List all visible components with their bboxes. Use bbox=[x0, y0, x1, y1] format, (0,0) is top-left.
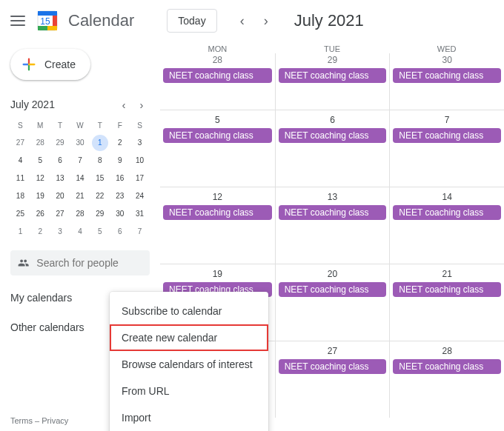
mini-cal-day[interactable]: 7 bbox=[72, 153, 88, 169]
mini-cal-day[interactable]: 5 bbox=[92, 224, 108, 240]
day-cell[interactable]: 5NEET coaching class bbox=[160, 110, 275, 187]
mini-cal-day[interactable]: 19 bbox=[32, 188, 48, 204]
mini-cal-day[interactable]: 15 bbox=[92, 170, 108, 187]
mini-cal-day[interactable]: 25 bbox=[12, 206, 28, 222]
mini-cal-day[interactable]: 4 bbox=[72, 224, 88, 240]
mini-cal-day[interactable]: 22 bbox=[92, 188, 108, 204]
day-cell[interactable]: 29NEET coaching class bbox=[275, 53, 390, 110]
privacy-link[interactable]: Privacy bbox=[42, 416, 68, 425]
menu-item[interactable]: Browse calendars of interest bbox=[110, 351, 268, 378]
mini-cal-day[interactable]: 11 bbox=[12, 170, 28, 187]
mini-cal-day[interactable]: 28 bbox=[72, 206, 88, 222]
day-cell[interactable]: 12NEET coaching class bbox=[160, 187, 275, 264]
mini-cal-day[interactable]: 4 bbox=[12, 153, 28, 169]
mini-cal-day[interactable]: 31 bbox=[132, 206, 148, 222]
today-button[interactable]: Today bbox=[167, 9, 216, 33]
menu-item[interactable]: Create new calendar bbox=[110, 324, 268, 351]
day-of-week-header: MON bbox=[160, 44, 275, 53]
mini-cal-day[interactable]: 6 bbox=[52, 153, 68, 169]
mini-cal-dow: T bbox=[50, 118, 70, 133]
day-number: 20 bbox=[276, 264, 390, 282]
week-row: 5NEET coaching class6NEET coaching class… bbox=[160, 110, 504, 187]
mini-cal-day[interactable]: 12 bbox=[32, 170, 48, 187]
mini-cal-day[interactable]: 7 bbox=[132, 224, 148, 240]
mini-cal-day[interactable]: 29 bbox=[92, 206, 108, 222]
day-cell[interactable]: 28NEET coaching class bbox=[160, 53, 275, 110]
plus-multicolor-icon bbox=[21, 56, 37, 73]
calendar-event[interactable]: NEET coaching class bbox=[163, 205, 272, 220]
calendar-event[interactable]: NEET coaching class bbox=[279, 68, 387, 83]
mini-cal-day[interactable]: 17 bbox=[132, 170, 148, 187]
mini-cal-day[interactable]: 20 bbox=[52, 188, 68, 204]
mini-cal-day[interactable]: 30 bbox=[72, 135, 88, 151]
day-number: 27 bbox=[276, 341, 390, 359]
day-cell[interactable]: 20NEET coaching class bbox=[275, 264, 390, 341]
day-cell[interactable]: 6NEET coaching class bbox=[275, 110, 390, 187]
mini-cal-day[interactable]: 29 bbox=[52, 135, 68, 151]
mini-cal-day[interactable]: 18 bbox=[12, 188, 28, 204]
hamburger-menu-icon[interactable] bbox=[9, 12, 27, 30]
calendar-event[interactable]: NEET coaching class bbox=[163, 68, 272, 83]
mini-cal-day[interactable]: 16 bbox=[112, 170, 128, 187]
mini-cal-dow: W bbox=[70, 118, 90, 133]
mini-cal-day[interactable]: 2 bbox=[112, 135, 128, 151]
mini-cal-day[interactable]: 30 bbox=[112, 206, 128, 222]
calendar-event[interactable]: NEET coaching class bbox=[279, 205, 387, 220]
prev-period-button[interactable]: ‹ bbox=[232, 10, 253, 31]
next-period-button[interactable]: › bbox=[256, 10, 276, 31]
mini-cal-day[interactable]: 28 bbox=[32, 135, 48, 151]
calendar-event[interactable]: NEET coaching class bbox=[163, 128, 272, 143]
mini-cal-day[interactable]: 13 bbox=[52, 170, 68, 187]
day-number: 7 bbox=[390, 110, 504, 128]
day-number: 13 bbox=[276, 187, 390, 205]
calendar-event[interactable]: NEET coaching class bbox=[393, 68, 501, 83]
day-cell[interactable]: 13NEET coaching class bbox=[275, 187, 390, 264]
mini-cal-day[interactable]: 23 bbox=[112, 188, 128, 204]
mini-calendar: July 2021 ‹ › SMTWTFS2728293012345678910… bbox=[10, 96, 150, 240]
mini-cal-day[interactable]: 10 bbox=[132, 153, 148, 169]
search-people[interactable] bbox=[10, 250, 150, 275]
day-cell[interactable]: 7NEET coaching class bbox=[389, 110, 504, 187]
svg-rect-1 bbox=[38, 11, 57, 16]
mini-cal-prev-button[interactable]: ‹ bbox=[116, 96, 132, 113]
day-cell[interactable]: 14NEET coaching class bbox=[389, 187, 504, 264]
mini-cal-day[interactable]: 8 bbox=[92, 153, 108, 169]
menu-item[interactable]: Subscribe to calendar bbox=[110, 298, 268, 324]
terms-link[interactable]: Terms bbox=[10, 416, 33, 425]
mini-cal-day[interactable]: 21 bbox=[72, 188, 88, 204]
mini-cal-day[interactable]: 6 bbox=[112, 224, 128, 240]
menu-item[interactable]: From URL bbox=[110, 378, 268, 404]
day-number: 6 bbox=[276, 110, 390, 128]
calendar-event[interactable]: NEET coaching class bbox=[279, 128, 387, 143]
day-cell[interactable]: 30NEET coaching class bbox=[389, 53, 504, 110]
day-number: 14 bbox=[390, 187, 504, 205]
calendar-event[interactable]: NEET coaching class bbox=[393, 128, 501, 143]
day-cell[interactable]: 21NEET coaching class bbox=[389, 264, 504, 341]
search-people-input[interactable] bbox=[36, 257, 142, 269]
create-label: Create bbox=[44, 59, 76, 70]
calendar-event[interactable]: NEET coaching class bbox=[393, 282, 501, 297]
day-cell[interactable]: 27NEET coaching class bbox=[275, 341, 390, 418]
calendar-event[interactable]: NEET coaching class bbox=[279, 359, 387, 374]
create-button[interactable]: Create bbox=[10, 49, 90, 80]
mini-cal-day[interactable]: 3 bbox=[132, 135, 148, 151]
day-cell[interactable]: 28NEET coaching class bbox=[389, 341, 504, 418]
mini-cal-day[interactable]: 26 bbox=[32, 206, 48, 222]
mini-cal-day[interactable]: 27 bbox=[12, 135, 28, 151]
mini-cal-next-button[interactable]: › bbox=[133, 96, 150, 113]
calendar-event[interactable]: NEET coaching class bbox=[393, 205, 501, 220]
calendar-event[interactable]: NEET coaching class bbox=[279, 282, 387, 297]
mini-cal-day[interactable]: 3 bbox=[52, 224, 68, 240]
calendar-event[interactable]: NEET coaching class bbox=[393, 359, 501, 374]
mini-cal-day[interactable]: 2 bbox=[32, 224, 48, 240]
svg-rect-4 bbox=[53, 16, 57, 26]
mini-cal-day[interactable]: 27 bbox=[52, 206, 68, 222]
mini-cal-day[interactable]: 24 bbox=[132, 188, 148, 204]
menu-item[interactable]: Import bbox=[110, 404, 268, 431]
mini-cal-day[interactable]: 5 bbox=[32, 153, 48, 169]
mini-cal-day[interactable]: 1 bbox=[92, 135, 108, 151]
mini-cal-day[interactable]: 1 bbox=[12, 224, 28, 240]
mini-cal-day[interactable]: 14 bbox=[72, 170, 88, 187]
mini-cal-day[interactable]: 9 bbox=[112, 153, 128, 169]
top-bar: 15 Calendar Today ‹ › July 2021 bbox=[0, 0, 504, 41]
